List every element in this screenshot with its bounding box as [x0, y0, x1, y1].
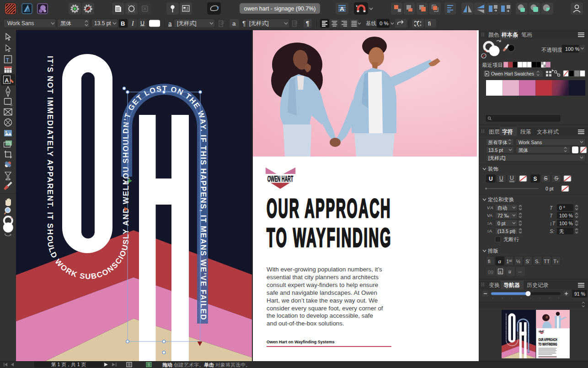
svg-text:所有字体: 所有字体 — [488, 140, 508, 145]
svg-text:a: a — [499, 270, 502, 274]
svg-text:↕A: ↕A — [487, 228, 492, 233]
svg-text:T: T — [6, 57, 9, 63]
svg-text:A: A — [5, 77, 9, 84]
svg-text:排版: 排版 — [488, 248, 498, 254]
svg-text:自动: 自动 — [497, 205, 507, 211]
svg-text:a: a — [232, 20, 236, 27]
svg-text:U: U — [510, 175, 514, 181]
svg-text:样本条: 样本条 — [501, 32, 519, 38]
svg-text:¶: ¶ — [306, 20, 310, 27]
svg-text:S’: S’ — [525, 259, 530, 264]
svg-text:...: ... — [518, 268, 522, 273]
svg-text:拖动 创建艺术字。单击 对象将其选中。: 拖动 创建艺术字。单击 对象将其选中。 — [162, 362, 251, 368]
svg-text:S:: S: — [550, 228, 554, 234]
svg-text:OWEN HART: OWEN HART — [539, 331, 544, 333]
svg-text:13.5 pt: 13.5 pt — [488, 147, 503, 153]
svg-text:TO WAYFINDING: TO WAYFINDING — [539, 342, 557, 346]
svg-text:U: U — [499, 175, 503, 182]
svg-text:最近项目:: 最近项目: — [482, 62, 504, 68]
svg-text:变换: 变换 — [489, 282, 500, 288]
svg-text:U: U — [140, 20, 144, 27]
svg-text:fi: fi — [428, 20, 431, 27]
svg-text:OUR APPROACH: OUR APPROACH — [539, 337, 557, 342]
svg-text:颜色: 颜色 — [488, 32, 499, 38]
svg-text:图层: 图层 — [489, 129, 500, 135]
svg-text:T: T — [416, 21, 419, 26]
svg-text:[无样式]: [无样式] — [488, 155, 505, 161]
svg-text:100 %: 100 % — [559, 221, 573, 226]
svg-text:历史记录: 历史记录 — [527, 282, 549, 288]
svg-text:0 pt: 0 pt — [545, 186, 554, 191]
svg-text:无: 无 — [559, 228, 564, 234]
svg-text:无断行: 无断行 — [503, 237, 519, 242]
svg-text:OUR APPROACH: OUR APPROACH — [267, 194, 391, 223]
svg-text:黑体: 黑体 — [519, 147, 528, 153]
svg-text:owen hart - signage (90.7%): owen hart - signage (90.7%) — [244, 5, 315, 12]
svg-text:装饰: 装饰 — [488, 166, 499, 172]
svg-text:U: U — [489, 176, 493, 182]
svg-text:文本样式: 文本样式 — [537, 129, 559, 135]
svg-text:S.: S. — [535, 259, 540, 264]
svg-text:100 %: 100 % — [559, 213, 573, 218]
svg-text:导航器: 导航器 — [503, 282, 520, 288]
svg-text:0 pt: 0 pt — [497, 221, 506, 226]
svg-text:↕A: ↕A — [487, 221, 492, 226]
svg-text:笔画: 笔画 — [521, 32, 532, 38]
svg-text:u: u — [508, 268, 511, 275]
svg-text:100 %: 100 % — [565, 46, 579, 52]
svg-text:[无样式]: [无样式] — [249, 20, 269, 27]
svg-text:定位和变换: 定位和变换 — [488, 197, 514, 202]
svg-text:B: B — [121, 20, 125, 27]
svg-text:Owen Hart Swatches: Owen Hart Swatches — [491, 71, 534, 76]
svg-text:A: A — [340, 5, 344, 12]
svg-text:TT: TT — [544, 259, 550, 264]
svg-text:(13.5 pt): (13.5 pt) — [497, 228, 515, 234]
svg-text:V A: V A — [487, 205, 493, 210]
svg-text:0 °: 0 ° — [559, 205, 565, 211]
svg-text:黑体: 黑体 — [60, 20, 71, 27]
svg-text:72 ‰: 72 ‰ — [497, 213, 509, 218]
svg-text:0 %: 0 % — [380, 21, 389, 26]
svg-text:fi: fi — [488, 259, 491, 264]
svg-text:↕T: ↕T — [550, 221, 556, 226]
svg-text:a: a — [498, 258, 502, 265]
svg-text:段落: 段落 — [520, 129, 531, 135]
svg-text:Work Sans: Work Sans — [519, 140, 542, 145]
svg-text:gg: gg — [488, 269, 493, 274]
svg-text:第 1 页，共 1 页: 第 1 页，共 1 页 — [51, 362, 86, 367]
svg-text:a: a — [168, 20, 172, 27]
svg-text:不透明度:: 不透明度: — [541, 47, 564, 53]
svg-text:TO WAYFINDING: TO WAYFINDING — [267, 223, 392, 252]
svg-text:字符: 字符 — [502, 129, 513, 135]
svg-text:¶: ¶ — [242, 20, 246, 27]
svg-text:91 %: 91 % — [574, 291, 585, 297]
svg-text:基线:: 基线: — [366, 21, 378, 26]
svg-text:½: ½ — [516, 259, 520, 264]
svg-text:13.5 pt: 13.5 pt — [94, 20, 111, 27]
svg-text:Work Sans: Work Sans — [7, 20, 34, 27]
svg-text:S: S — [544, 175, 548, 182]
svg-text:S: S — [534, 176, 537, 182]
svg-text:[无样式]: [无样式] — [177, 20, 197, 27]
svg-text:VA: VA — [487, 213, 493, 218]
